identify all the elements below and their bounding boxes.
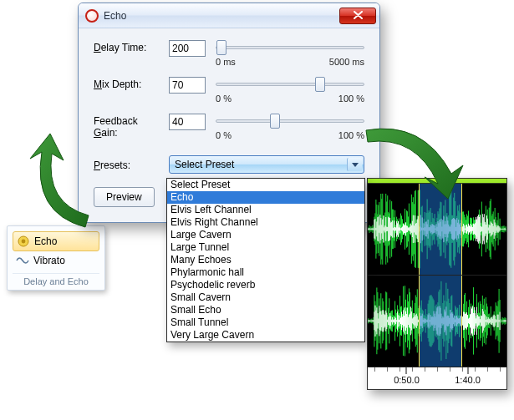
param-row-delay_time: Delay Time: 0 ms 5000 ms [94,40,364,77]
slider-max-label: 100 % [338,94,364,104]
ribbon-item-vibrato[interactable]: Vibrato [13,251,99,270]
preset-option[interactable]: Large Tunnel [167,241,364,254]
slider-min-label: 0 % [216,130,232,140]
close-button[interactable] [339,8,376,24]
preset-dropdown[interactable]: Select PresetEchoElvis Left ChannelElvis… [166,178,365,342]
waveform-channel-left[interactable] [368,184,506,276]
preset-option[interactable]: Phylarmonic hall [167,266,364,279]
presets-label: Presets: [94,158,164,171]
param-input-mix_depth[interactable] [169,77,206,94]
preset-combo[interactable]: Select Preset [169,155,364,174]
preset-option[interactable]: Small Echo [167,304,364,316]
time-tick: 0:50.0 [406,367,407,374]
param-label-delay_time: Delay Time: [94,40,164,53]
preset-option[interactable]: Large Cavern [167,229,364,241]
slider-thumb[interactable] [270,114,280,129]
close-icon [354,9,363,22]
param-input-delay_time[interactable] [169,40,206,57]
dialog-title: Echo [104,10,126,22]
param-label-mix_depth: Mix Depth: [94,77,164,90]
param-input-feedback_gain[interactable] [169,114,206,130]
time-tick: 1:40.0 [467,367,468,374]
param-row-feedback_gain: Feedback Gain: 0 % 100 % [94,114,364,150]
time-ruler[interactable]: 0:50.01:40.0 [368,367,506,389]
ribbon-item-label: Echo [34,235,57,247]
preset-option[interactable]: Small Cavern [167,291,364,304]
chevron-down-icon [347,158,362,171]
echo-icon [17,235,30,248]
slider-min-label: 0 ms [216,57,236,67]
ribbon-group-caption: Delay and Echo [13,273,99,286]
preset-option[interactable]: Elvis Left Channel [167,204,364,216]
app-icon [85,9,99,23]
slider-mix_depth[interactable] [216,77,364,92]
ribbon-item-label: Vibrato [33,255,65,266]
preset-option[interactable]: Many Echoes [167,254,364,266]
preset-option[interactable]: Very Large Cavern [167,329,364,342]
slider-thumb[interactable] [315,77,325,92]
ribbon-panel: Echo Vibrato Delay and Echo [7,225,105,291]
svg-point-1 [22,240,26,244]
param-row-mix_depth: Mix Depth: 0 % 100 % [94,77,364,114]
preset-combo-value: Select Preset [175,159,234,170]
titlebar[interactable]: Echo [79,3,379,28]
waveform-channel-right[interactable] [368,276,506,367]
slider-max-label: 5000 ms [329,57,364,67]
waveform-panel: 0:50.01:40.0 [367,178,507,390]
slider-min-label: 0 % [216,94,232,104]
preset-option[interactable]: Small Tunnel [167,316,364,329]
ribbon-item-echo[interactable]: Echo [13,231,99,251]
selection-overlay[interactable] [419,276,461,367]
slider-delay_time[interactable] [216,40,364,55]
preset-option[interactable]: Elvis Right Channel [167,216,364,229]
slider-thumb[interactable] [216,40,226,55]
preview-button[interactable]: Preview [94,187,155,207]
param-label-feedback_gain: Feedback Gain: [94,114,164,139]
preset-option[interactable]: Select Preset [167,179,364,191]
slider-feedback_gain[interactable] [216,114,364,129]
selection-overlay[interactable] [419,184,461,275]
preset-option[interactable]: Echo [167,191,364,204]
slider-max-label: 100 % [338,130,364,140]
preset-option[interactable]: Psychodelic reverb [167,279,364,291]
vibrato-icon [16,254,29,267]
